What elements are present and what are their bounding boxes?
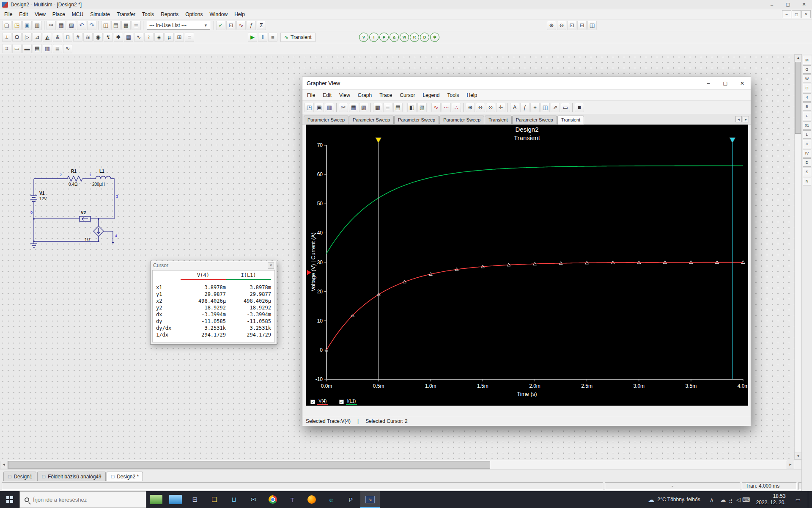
oscilloscope-icon[interactable]: O [803, 84, 811, 92]
place-basic-icon[interactable]: Ω [12, 33, 22, 42]
graph-properties-icon[interactable]: ≣ [383, 103, 392, 112]
place-cmos-icon[interactable]: ⊓ [63, 33, 72, 42]
place-misc-digital-icon[interactable]: # [73, 33, 82, 42]
distortion-analyzer-icon[interactable]: D [803, 158, 811, 167]
design-toolbox-icon[interactable]: ◫ [101, 21, 110, 30]
place-misc-icon[interactable]: ✱ [114, 33, 123, 42]
invert-colors-icon[interactable]: ◧ [407, 103, 417, 112]
cut-icon[interactable]: ✂ [47, 21, 56, 30]
print-icon[interactable]: ▥ [33, 21, 42, 30]
taskbar-firefox[interactable] [302, 491, 321, 508]
taskbar-edge[interactable]: e [321, 491, 341, 508]
analysis-wizard-icon[interactable]: ƒ [520, 103, 529, 112]
tab-scroll-left-icon[interactable]: ◂ [735, 116, 742, 122]
grapher-tab-3[interactable]: Parameter Sweep [439, 116, 484, 124]
menu-mcu[interactable]: MCU [69, 10, 87, 19]
place-mcu-icon[interactable]: µ [165, 33, 174, 42]
logic-converter-icon[interactable]: L [803, 130, 811, 139]
trace-style-line-icon[interactable]: ∿ [431, 103, 441, 112]
open-graph-icon[interactable]: ◳ [304, 103, 314, 112]
zoom-restore-icon[interactable]: ⊙ [486, 103, 495, 112]
redo-icon[interactable]: ↷ [87, 21, 96, 30]
hand-tool-icon[interactable]: ✛ [496, 103, 505, 112]
grapher-close-button[interactable]: ✕ [734, 77, 751, 89]
taskbar-chrome[interactable] [263, 491, 283, 508]
probe-voltage-icon[interactable]: V [359, 33, 368, 42]
toggle-grid-icon[interactable]: ⌗ [2, 44, 11, 53]
zoom-fit-icon[interactable]: ⊟ [577, 21, 587, 30]
taskbar-paint[interactable]: P [341, 491, 360, 508]
new-file-icon[interactable]: ▢ [2, 21, 11, 30]
scroll-down-icon[interactable]: ▼ [795, 453, 802, 460]
menu-simulate[interactable]: Simulate [87, 10, 113, 19]
page-properties-icon[interactable]: ▤ [393, 103, 403, 112]
menu-trace[interactable]: Trace [376, 91, 396, 99]
show-desktop-button[interactable] [808, 491, 810, 508]
mdi-minimize-button[interactable]: – [782, 10, 791, 18]
tray-network-icon[interactable]: ⣴ [727, 497, 735, 503]
place-mixed-icon[interactable]: ≋ [83, 33, 93, 42]
taskbar-multisim[interactable]: ∿ [360, 491, 380, 508]
place-diode-icon[interactable]: ▷ [22, 33, 32, 42]
pause-simulation-icon[interactable]: ‖ [258, 33, 267, 42]
save-graph-icon[interactable]: ▣ [315, 103, 324, 112]
menu-help[interactable]: Help [463, 91, 481, 99]
iv-analyzer-icon[interactable]: IV [803, 149, 811, 157]
design-tab-f-ldelt-b-zis-anal-g49[interactable]: ▢Földelt bázisú analóg49 [37, 472, 105, 481]
analyses-icon[interactable]: ƒ [247, 21, 256, 30]
graph-toggle-icon[interactable]: ∿ [63, 44, 72, 53]
zoom-in-icon[interactable]: ⊕ [547, 21, 556, 30]
tab-scroll-right-icon[interactable]: ▸ [743, 116, 749, 122]
save-file-icon[interactable]: ▣ [22, 21, 32, 30]
design-tab-design1[interactable]: ▢Design1 [3, 472, 36, 481]
spectrum-analyzer-icon[interactable]: S [803, 168, 811, 176]
mdi-restore-button[interactable]: ▢ [792, 10, 801, 18]
zoom-out-icon[interactable]: ⊖ [557, 21, 566, 30]
trace-style-dots-icon[interactable]: ⋯ [442, 103, 451, 112]
mdi-close-button[interactable]: ✕ [801, 10, 811, 18]
probe-current-icon[interactable]: I [369, 33, 379, 42]
tray-ime-icon[interactable]: ⌨ [742, 497, 750, 503]
menu-transfer[interactable]: Transfer [113, 10, 139, 19]
place-bus-icon[interactable]: ≡ [185, 33, 194, 42]
undo-icon[interactable]: ↶ [77, 21, 86, 30]
grapher-tab-5[interactable]: Parameter Sweep [512, 116, 557, 124]
menu-view[interactable]: View [335, 91, 354, 99]
legend-checkbox[interactable]: ✓ [339, 400, 344, 404]
multimeter-icon[interactable]: M [803, 56, 811, 64]
scroll-up-icon[interactable]: ▲ [795, 54, 802, 61]
zoom-in-icon[interactable]: ⊕ [466, 103, 475, 112]
place-advanced-peripherals-icon[interactable]: ▦ [124, 33, 133, 42]
menu-legend[interactable]: Legend [419, 91, 443, 99]
menu-file[interactable]: File [1, 10, 16, 19]
zoom-out-icon[interactable]: ⊖ [476, 103, 485, 112]
capture-area-icon[interactable]: ⊡ [226, 21, 236, 30]
grapher-tab-0[interactable]: Parameter Sweep [304, 116, 348, 124]
probe-digital-icon[interactable]: D [420, 33, 429, 42]
start-button[interactable] [0, 491, 19, 508]
place-source-icon[interactable]: ± [2, 33, 11, 42]
menu-options[interactable]: Options [182, 10, 206, 19]
grapher-maximize-button[interactable]: ▢ [717, 77, 734, 89]
trace-style-marks-icon[interactable]: ∴ [452, 103, 461, 112]
design-tab-design2-[interactable]: ▢Design2 * [107, 472, 143, 481]
scroll-left-icon[interactable]: ◄ [0, 461, 8, 469]
show-grid-icon[interactable]: ▩ [373, 103, 382, 112]
breadboard-view-icon[interactable]: ▤ [33, 44, 42, 53]
function-generator-icon[interactable]: G [803, 65, 811, 74]
probe-differential-icon[interactable]: Δ [390, 33, 399, 42]
electrical-rules-check-icon[interactable]: ✓ [216, 21, 225, 30]
menu-tools[interactable]: Tools [139, 10, 157, 19]
probe-voltage-current-icon[interactable]: VI [400, 33, 409, 42]
place-analog-icon[interactable]: ◭ [43, 33, 52, 42]
menu-place[interactable]: Place [49, 10, 69, 19]
show-cursors-icon[interactable]: + [530, 103, 540, 112]
print-graph-icon[interactable]: ▥ [325, 103, 334, 112]
postprocessor-icon[interactable]: Σ [257, 21, 266, 30]
taskbar-mail[interactable]: ✉ [244, 491, 263, 508]
place-ttl-icon[interactable]: & [53, 33, 62, 42]
taskbar-search[interactable] [19, 491, 146, 508]
taskbar-microsoft-store[interactable]: ⊔ [224, 491, 244, 508]
tray-volume-icon[interactable]: ◁ [735, 497, 742, 503]
menu-edit[interactable]: Edit [319, 91, 335, 99]
